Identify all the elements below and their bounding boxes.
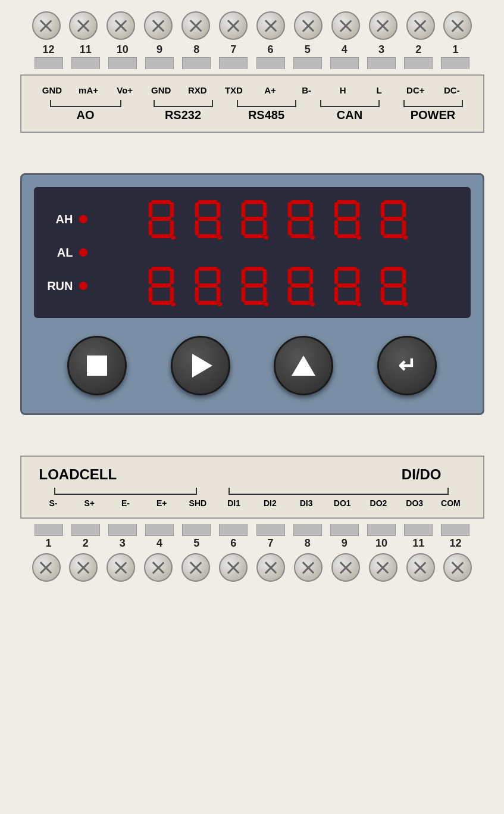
svg-rect-22 [244, 217, 264, 221]
label-ah: AH [43, 213, 73, 226]
bot-num-3: 3 [108, 537, 137, 550]
svg-point-7 [171, 235, 176, 239]
pin-do2: DO2 [363, 498, 394, 508]
pin-eminus: E- [110, 498, 141, 508]
top-num-1: 1 [441, 43, 469, 56]
seg-group-ah [93, 199, 461, 239]
svg-rect-57 [216, 269, 220, 284]
bottom-terminal-block: 1 2 3 4 5 6 7 8 9 10 11 12 [26, 521, 478, 587]
seg-ah-2 [186, 199, 229, 239]
svg-rect-72 [290, 267, 310, 271]
svg-rect-10 [216, 220, 220, 235]
bot-num-9: 9 [330, 537, 359, 550]
bot-screw-8 [294, 553, 323, 582]
group-label-ao: AO [77, 108, 95, 122]
seg-run-3 [233, 266, 276, 306]
svg-rect-21 [241, 202, 245, 217]
bot-screw-1 [32, 553, 61, 582]
pin-label-dcplus: DC+ [400, 85, 431, 95]
seg-run-5 [325, 266, 368, 306]
bottom-screw-row [26, 551, 478, 584]
svg-rect-62 [198, 283, 217, 288]
group-label-can: CAN [337, 108, 362, 122]
up-button[interactable] [274, 336, 333, 395]
svg-rect-69 [241, 269, 245, 284]
stop-button[interactable] [67, 336, 127, 395]
svg-point-63 [217, 302, 222, 306]
top-terminal-numbers: 12 11 10 9 8 7 6 5 4 3 2 1 [26, 42, 478, 57]
bot-screw-7 [256, 553, 285, 582]
svg-rect-5 [148, 202, 152, 217]
svg-rect-41 [402, 202, 406, 217]
top-num-9: 9 [145, 43, 174, 56]
label-al: AL [43, 246, 73, 260]
svg-rect-20 [241, 220, 245, 235]
svg-point-23 [264, 235, 268, 239]
pin-di1: DI1 [218, 498, 249, 508]
bot-num-6: 6 [219, 537, 248, 550]
bot-screw-2 [69, 553, 98, 582]
pin-label-txd: TXD [218, 85, 249, 95]
svg-rect-18 [262, 220, 267, 235]
bot-num-5: 5 [182, 537, 211, 550]
seg-ah-5 [325, 199, 368, 239]
svg-point-79 [310, 302, 315, 306]
svg-rect-58 [216, 287, 220, 302]
svg-rect-73 [309, 269, 313, 284]
pin-label-gnd1: GND [37, 85, 68, 95]
svg-rect-51 [151, 301, 171, 305]
bot-screw-6 [219, 553, 248, 582]
seg-ah-3 [233, 199, 276, 239]
pin-shd: SHD [182, 498, 213, 508]
seg-group-run [93, 266, 461, 306]
svg-rect-93 [380, 269, 384, 284]
seg-run-4 [279, 266, 322, 306]
svg-rect-61 [195, 269, 199, 284]
pin-label-ma: mA+ [73, 85, 104, 95]
top-num-10: 10 [108, 43, 137, 56]
screw-3 [369, 11, 397, 40]
svg-point-87 [356, 302, 361, 306]
svg-point-31 [310, 235, 315, 239]
pin-label-vo: Vo+ [109, 85, 140, 95]
bot-num-12: 12 [441, 537, 469, 550]
svg-rect-78 [290, 283, 310, 288]
play-button[interactable] [171, 336, 230, 395]
display-row-run: RUN [43, 266, 461, 306]
bot-num-7: 7 [256, 537, 285, 550]
svg-rect-27 [290, 234, 310, 238]
pin-di3: DI3 [291, 498, 322, 508]
screw-2 [406, 11, 435, 40]
svg-rect-84 [334, 287, 338, 302]
svg-rect-54 [151, 283, 171, 288]
top-num-7: 7 [219, 43, 248, 56]
screw-9 [144, 11, 173, 40]
svg-rect-0 [151, 200, 171, 204]
svg-point-55 [171, 302, 176, 306]
svg-rect-77 [287, 269, 292, 284]
svg-rect-94 [383, 283, 403, 288]
svg-rect-52 [148, 287, 152, 302]
svg-point-71 [264, 302, 268, 306]
svg-rect-26 [309, 220, 313, 235]
screw-5 [294, 11, 323, 40]
svg-rect-38 [337, 217, 356, 221]
bottom-terminal-numbers: 1 2 3 4 5 6 7 8 9 10 11 12 [26, 536, 478, 551]
seg-run-1 [140, 266, 183, 306]
seg-run-6 [372, 266, 415, 306]
svg-rect-48 [151, 267, 171, 271]
pin-label-bminus: B- [291, 85, 322, 95]
enter-button[interactable]: ↵ [377, 336, 437, 395]
seg-ah-4 [279, 199, 322, 239]
bottom-label-panel: LOADCELL DI/DO S- S+ E- E+ SHD DI1 DI2 D… [20, 456, 484, 519]
svg-rect-36 [334, 220, 338, 235]
svg-rect-75 [290, 301, 310, 305]
svg-rect-28 [287, 220, 292, 235]
pin-label-l: L [364, 85, 395, 95]
svg-rect-70 [244, 283, 264, 288]
buttons-section: ↵ [34, 330, 471, 401]
dot-al [79, 248, 87, 257]
svg-rect-53 [148, 269, 152, 284]
svg-rect-92 [380, 287, 384, 302]
svg-rect-67 [244, 301, 264, 305]
